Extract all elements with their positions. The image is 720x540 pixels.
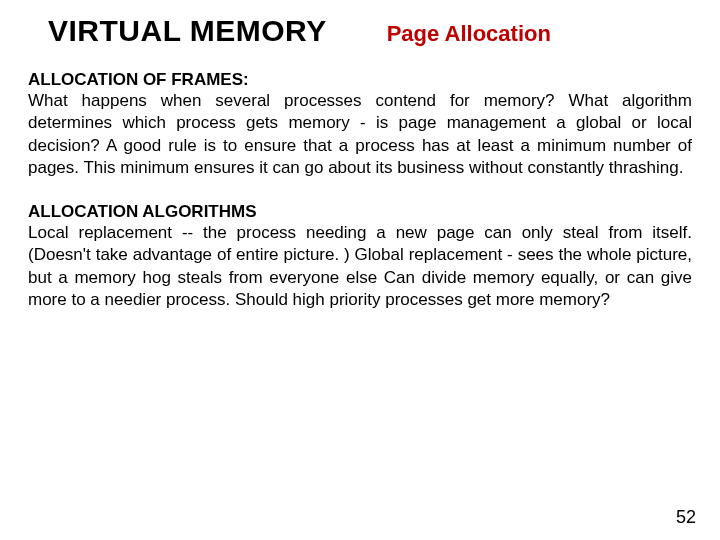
section-heading: ALLOCATION ALGORITHMS — [28, 202, 692, 222]
section-allocation-algorithms: ALLOCATION ALGORITHMS Local replacement … — [28, 202, 692, 312]
section-allocation-of-frames: ALLOCATION OF FRAMES: What happens when … — [28, 70, 692, 180]
slide: VIRTUAL MEMORY Page Allocation ALLOCATIO… — [0, 0, 720, 540]
slide-header: VIRTUAL MEMORY Page Allocation — [28, 14, 692, 48]
slide-subtitle: Page Allocation — [387, 21, 551, 47]
section-body: What happens when several processes cont… — [28, 90, 692, 180]
slide-title: VIRTUAL MEMORY — [28, 14, 327, 48]
section-body: Local replacement -- the process needing… — [28, 222, 692, 312]
page-number: 52 — [676, 507, 696, 528]
section-heading: ALLOCATION OF FRAMES: — [28, 70, 692, 90]
